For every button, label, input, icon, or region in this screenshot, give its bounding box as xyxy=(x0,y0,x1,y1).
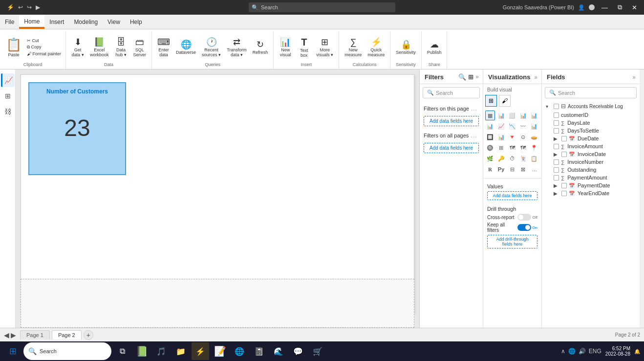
filter-collapse-icon[interactable]: » xyxy=(475,73,479,81)
more-visuals-button[interactable]: ⊞ Morevisuals ▾ xyxy=(314,36,336,59)
field-checkbox-InvoiceNumber[interactable] xyxy=(554,159,559,165)
viz-add-value-field[interactable]: Add data fields here xyxy=(487,191,537,200)
dataverse-button[interactable]: 🌐 Dataverse xyxy=(173,39,198,56)
viz-pie[interactable]: 🥧 xyxy=(529,132,539,142)
field-checkbox-InvoiceAmount[interactable] xyxy=(554,144,559,149)
copy-button[interactable]: ⧉ Copy xyxy=(25,44,63,50)
field-PaymentAmount[interactable]: ∑ PaymentAmount xyxy=(542,174,640,181)
chrome-icon[interactable]: 🌐 xyxy=(231,342,248,360)
field-checkbox-YearEndDate[interactable] xyxy=(561,191,567,196)
viz-treemap[interactable]: ⊞ xyxy=(496,143,506,153)
network-icon[interactable]: 🌐 xyxy=(568,348,576,355)
menu-file[interactable]: File xyxy=(0,15,19,29)
title-search[interactable]: 🔍 Search xyxy=(249,2,395,12)
menu-insert[interactable]: Insert xyxy=(44,15,69,29)
menu-help[interactable]: Help xyxy=(125,15,147,29)
viz-tab-format[interactable]: 🖌 xyxy=(499,95,511,107)
field-checkbox-DueDate[interactable] xyxy=(561,136,567,141)
viz-stacked-bar[interactable]: ▦ xyxy=(485,111,495,120)
windows-start-icon[interactable]: ⊞ xyxy=(4,342,21,360)
excel-button[interactable]: 📗 Excelworkbook xyxy=(87,36,111,59)
field-table-header[interactable]: ▾ ⊟ Accounts Receivable Log xyxy=(542,101,640,111)
format-painter-button[interactable]: 🖌 Format painter xyxy=(25,51,63,57)
viz-100pct-bar[interactable]: ⬜ xyxy=(507,111,517,120)
minimize-btn[interactable]: — xyxy=(599,4,611,11)
search-icon[interactable]: 🔍 Search xyxy=(23,342,111,360)
page-prev[interactable]: ◀ xyxy=(4,331,9,339)
filter-search-box[interactable]: 🔍 Search xyxy=(423,87,480,98)
page-nav[interactable]: ◀ ▶ xyxy=(4,331,16,339)
spotify-icon[interactable]: 🎵 xyxy=(152,342,170,360)
field-checkbox-InvoiceDate[interactable] xyxy=(561,152,567,157)
new-visual-button[interactable]: 📊 Newvisual xyxy=(277,36,294,59)
recent-sources-button[interactable]: 🕐 Recentsources ▾ xyxy=(199,36,223,59)
field-checkbox-PaymentDate[interactable] xyxy=(561,183,567,188)
viz-table[interactable]: ⊟ xyxy=(507,164,517,174)
publish-button[interactable]: ☁ Publish xyxy=(425,39,444,56)
filter-search-icon[interactable]: 🔍 xyxy=(458,73,466,81)
viz-funnel[interactable]: 🔻 xyxy=(507,132,517,142)
filter-dots-2[interactable]: … xyxy=(470,131,477,139)
field-InvoiceAmount[interactable]: ∑ InvoiceAmount xyxy=(542,142,640,150)
filter-expand-icon[interactable]: ⊞ xyxy=(468,73,473,81)
page-tab-1[interactable]: Page 1 xyxy=(20,330,50,339)
viz-line[interactable]: 📈 xyxy=(496,121,506,131)
InvoiceDate-expand[interactable]: ▶ xyxy=(554,152,559,157)
quick-measure-button[interactable]: ⚡ Quickmeasure xyxy=(365,36,387,59)
file-explorer-icon[interactable]: 📁 xyxy=(172,342,190,360)
viz-scatter[interactable]: ⊙ xyxy=(518,132,528,142)
viz-more[interactable]: … xyxy=(529,164,539,174)
viz-clustered-bar[interactable]: 📊 xyxy=(496,111,506,120)
field-checkbox-DaysToSettle[interactable] xyxy=(554,128,559,134)
new-measure-button[interactable]: ∑ Newmeasure xyxy=(342,36,364,59)
field-InvoiceNumber[interactable]: ∑ InvoiceNumber xyxy=(542,158,640,166)
viz-py-visual[interactable]: Py xyxy=(496,164,506,174)
restore-btn[interactable]: ⧉ xyxy=(615,3,625,11)
field-Outstanding[interactable]: ∑ Outstanding xyxy=(542,166,640,174)
viz-expand-icon[interactable]: » xyxy=(534,74,537,81)
visual-card[interactable]: Number of Customers 23 xyxy=(28,82,126,175)
field-checkbox-customerID[interactable] xyxy=(554,113,559,118)
model-view-icon[interactable]: ⛓ xyxy=(1,105,15,118)
viz-donut[interactable]: 🔘 xyxy=(485,143,495,153)
viz-100pct-col[interactable]: 📊 xyxy=(485,121,495,131)
field-checkbox-Outstanding[interactable] xyxy=(554,167,559,173)
data-view-icon[interactable]: ⊞ xyxy=(1,89,15,103)
field-DaysToSettle[interactable]: ∑ DaysToSettle xyxy=(542,127,640,135)
edge-icon[interactable]: 🌊 xyxy=(270,342,287,360)
filter-add-page-field[interactable]: Add data fields here xyxy=(424,116,479,126)
viz-card[interactable]: 🃏 xyxy=(518,154,528,163)
data-hub-button[interactable]: 🗄 Datahub ▾ xyxy=(112,36,130,59)
viz-azure-map[interactable]: 📍 xyxy=(529,143,539,153)
close-btn[interactable]: ✕ xyxy=(629,4,640,11)
viz-stacked-col[interactable]: 📊 xyxy=(518,111,528,120)
viz-gauge[interactable]: ⏱ xyxy=(507,154,517,163)
refresh-button[interactable]: ↻ Refresh xyxy=(250,39,271,56)
get-data-button[interactable]: ⬇ Getdata ▾ xyxy=(69,36,86,59)
run-btn[interactable]: ▶ xyxy=(35,3,41,12)
menu-view[interactable]: View xyxy=(103,15,125,29)
sql-button[interactable]: 🗃 SQLServer xyxy=(131,36,149,59)
viz-ribbon[interactable]: 🔲 xyxy=(485,132,495,142)
keep-filters-toggle[interactable]: On xyxy=(517,224,537,231)
viz-key-influencers[interactable]: 🔑 xyxy=(496,154,506,163)
page-next[interactable]: ▶ xyxy=(11,331,16,339)
volume-icon[interactable]: 🔊 xyxy=(579,348,586,355)
cross-report-toggle-control[interactable] xyxy=(517,214,531,221)
menu-home[interactable]: Home xyxy=(19,15,44,29)
paste-button[interactable]: 📋 Paste xyxy=(3,35,24,59)
canvas-area[interactable]: Number of Customers 23 xyxy=(16,69,419,328)
viz-area[interactable]: 📉 xyxy=(507,121,517,131)
viz-map[interactable]: 🗺 xyxy=(507,143,517,153)
teams-icon[interactable]: 💬 xyxy=(289,342,307,360)
viz-tab-build[interactable]: ⊞ xyxy=(485,95,497,107)
add-page-button[interactable]: + xyxy=(84,330,93,340)
field-DaysLate[interactable]: ∑ DaysLate xyxy=(542,119,640,127)
field-DueDate[interactable]: ▶ 📅 DueDate xyxy=(542,135,640,142)
powerbi-icon[interactable]: ⚡ xyxy=(192,342,209,360)
viz-waterfall[interactable]: 📊 xyxy=(496,132,506,142)
menu-modeling[interactable]: Modeling xyxy=(69,15,103,29)
table-checkbox[interactable] xyxy=(554,104,559,109)
viz-line-col[interactable]: 📊 xyxy=(529,121,539,131)
keep-filters-toggle-control[interactable] xyxy=(517,224,531,231)
